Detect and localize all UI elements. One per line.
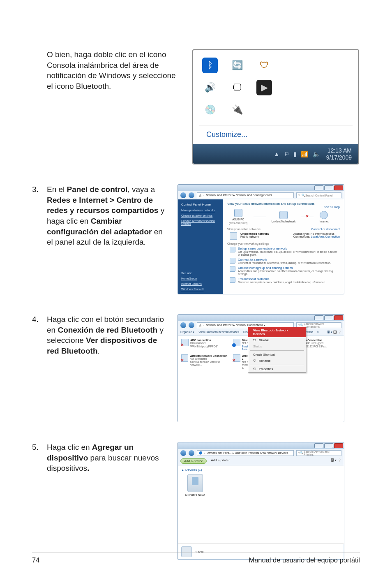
homegroup-link[interactable]: HomeGroup bbox=[181, 277, 220, 280]
internet-options-link[interactable]: Internet Options bbox=[181, 282, 220, 285]
search-input[interactable]: ▾ 🔍 Search Devices and Printers bbox=[296, 450, 341, 456]
usb-icon[interactable]: 🔌 bbox=[229, 102, 245, 118]
forward-button[interactable] bbox=[189, 192, 194, 198]
step3-body: En el Panel de control, vaya a Redes e I… bbox=[47, 184, 166, 248]
globe-icon bbox=[320, 211, 328, 219]
context-menu: View Bluetooth Network Devices 🛡Disable … bbox=[248, 327, 306, 372]
back-button[interactable] bbox=[180, 192, 186, 198]
organize-menu[interactable]: Organize ▾ bbox=[180, 331, 194, 334]
page-number: 74 bbox=[32, 556, 39, 564]
volume-icon[interactable]: 🔊 bbox=[202, 80, 218, 95]
device-item[interactable]: Michael's N82A bbox=[182, 474, 208, 496]
back-button[interactable] bbox=[180, 450, 186, 456]
step5-body: Haga clic en Agregar un dispositivo para… bbox=[47, 442, 166, 474]
close-button[interactable] bbox=[334, 185, 343, 190]
setup-icon bbox=[230, 247, 235, 252]
app-icon[interactable]: ▶ bbox=[256, 80, 272, 95]
tray-popup: ᛒ 🔄 🛡 🔊 🖵 ▶ 💿 🔌 Customize... ▲ ⚐ ▮ 📶 bbox=[192, 49, 359, 164]
network-map: ASUS-PC(This computer) Unidentified netw… bbox=[229, 209, 338, 224]
step-number: 4. bbox=[32, 314, 40, 356]
close-button[interactable] bbox=[334, 315, 343, 320]
change-settings-label: Change your networking settings bbox=[227, 242, 340, 245]
maximize-button[interactable] bbox=[324, 315, 333, 320]
tray-up-icon[interactable]: ▲ bbox=[274, 150, 280, 158]
menu-properties[interactable]: 🛡Properties bbox=[248, 366, 306, 372]
menu-disable[interactable]: 🛡Disable bbox=[248, 337, 306, 343]
bench-icon bbox=[230, 232, 237, 240]
toolbar: Add a device Add a printer 🗄 ▾ ❔ bbox=[178, 457, 344, 465]
flag-icon[interactable]: ⚐ bbox=[284, 150, 289, 158]
network-node-icon bbox=[279, 211, 288, 219]
see-full-map-link[interactable]: See full map bbox=[324, 206, 340, 208]
intro-paragraph: O bien, haga doble clic en el icono Cons… bbox=[47, 49, 181, 92]
firewall-link[interactable]: Windows Firewall bbox=[181, 288, 220, 291]
see-also-label: See also bbox=[181, 272, 220, 275]
step-number: 5. bbox=[32, 442, 40, 474]
computer-icon bbox=[234, 209, 242, 217]
menu-rename[interactable]: 🛡Rename bbox=[248, 358, 306, 364]
taskbar: ▲ ⚐ ▮ 📶 🔈 12:13 AM 9/17/2009 bbox=[193, 144, 358, 164]
forward-button[interactable] bbox=[189, 322, 194, 328]
sync-icon[interactable]: 🔄 bbox=[229, 58, 245, 73]
view-bt-devices-button[interactable]: View Bluetooth network devices bbox=[198, 331, 239, 334]
connect-icon bbox=[230, 258, 235, 264]
monitor-icon[interactable]: 🖵 bbox=[229, 80, 245, 95]
control-panel-home[interactable]: Control Panel Home bbox=[181, 203, 220, 206]
disc-icon[interactable]: 💿 bbox=[202, 102, 218, 118]
left-panel: Control Panel Home Manage wireless netwo… bbox=[178, 199, 223, 294]
advanced-sharing-link[interactable]: Change advanced sharing settings bbox=[181, 220, 220, 225]
manage-wireless-link[interactable]: Manage wireless networks bbox=[181, 209, 220, 212]
connection-item[interactable]: ✕Wireless Network ConnectionNot connecte… bbox=[181, 354, 230, 370]
back-button[interactable] bbox=[180, 322, 186, 328]
active-networks-label: View your active networks bbox=[227, 228, 261, 231]
bluetooth-icon[interactable]: ᛒ bbox=[202, 58, 218, 73]
customize-link[interactable]: Customize... bbox=[199, 125, 353, 144]
network-sharing-window: 🖧«Network and Internet ▸ Network and Sha… bbox=[178, 184, 344, 294]
add-printer-button[interactable]: Add a printer bbox=[211, 458, 230, 464]
maximize-button[interactable] bbox=[324, 443, 333, 448]
step4-body: Haga clic con el botón secundario en Con… bbox=[47, 314, 166, 356]
network-connections-window: 🖧«Network and Internet ▸ Network Connect… bbox=[178, 314, 344, 422]
maximize-button[interactable] bbox=[324, 185, 333, 190]
minimize-button[interactable] bbox=[314, 315, 323, 320]
close-button[interactable] bbox=[334, 443, 343, 448]
troubleshoot-link[interactable]: Troubleshoot problems bbox=[238, 277, 326, 281]
battery-icon[interactable]: ▮ bbox=[293, 150, 297, 158]
connect-disconnect-link[interactable]: Connect or disconnect bbox=[311, 228, 340, 231]
menu-status: Status bbox=[248, 343, 306, 349]
homegroup-icon bbox=[230, 266, 235, 272]
speaker-icon[interactable]: 🔈 bbox=[313, 150, 321, 158]
homegroup-options-link[interactable]: Choose homegroup and sharing options bbox=[238, 266, 340, 270]
devices-category[interactable]: Devices (1) bbox=[182, 468, 340, 472]
menu-create-shortcut[interactable]: Create Shortcut bbox=[248, 352, 306, 358]
add-device-button[interactable]: Add a device bbox=[180, 458, 207, 464]
change-adapter-link[interactable]: Change adapter settings bbox=[181, 214, 220, 217]
breadcrumb[interactable]: 🖧«Network and Internet ▸ Network and Sha… bbox=[197, 192, 294, 198]
connections-area: ✕ABC connectionDisconnectedWAN Miniport … bbox=[178, 335, 344, 422]
minimize-button[interactable] bbox=[314, 185, 323, 190]
breadcrumb[interactable]: 🔵«Devices and Print... ▸ Bluetooth Perso… bbox=[197, 450, 294, 456]
search-input[interactable]: ▾ 🔍 Search Control Panel bbox=[296, 192, 341, 198]
forward-button[interactable] bbox=[189, 450, 194, 456]
network-icon[interactable]: 📶 bbox=[301, 150, 309, 158]
minimize-button[interactable] bbox=[314, 443, 323, 448]
troubleshoot-icon bbox=[230, 277, 235, 283]
shield-icon[interactable]: 🛡 bbox=[256, 58, 272, 73]
footer-title: Manual de usuario del equipo portátil bbox=[249, 556, 360, 564]
menu-view-bt-devices[interactable]: View Bluetooth Network Devices bbox=[248, 327, 306, 337]
view-basic-heading: View your basic network information and … bbox=[227, 202, 314, 206]
connection-item[interactable]: ✕ABC connectionDisconnectedWAN Miniport … bbox=[181, 339, 230, 351]
taskbar-clock[interactable]: 12:13 AM 9/17/2009 bbox=[326, 147, 352, 160]
connect-network-link[interactable]: Connect to a network bbox=[238, 258, 331, 261]
step-number: 3. bbox=[32, 184, 40, 248]
bluetooth-devices-window: 🔵«Devices and Print... ▸ Bluetooth Perso… bbox=[178, 442, 344, 560]
phone-icon bbox=[187, 474, 203, 492]
local-area-connection-link[interactable]: Local Area Connection bbox=[311, 235, 340, 238]
setup-connection-link[interactable]: Set up a new connection or network bbox=[238, 247, 340, 250]
